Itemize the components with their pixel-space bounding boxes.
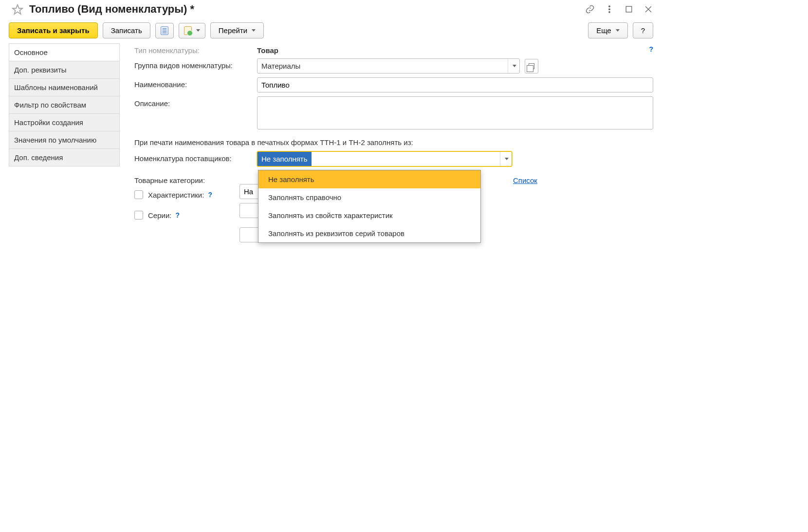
favorite-star-icon[interactable]: [12, 4, 23, 16]
name-label: Наименование:: [134, 77, 257, 89]
supplier-value: Не заполнять: [257, 152, 312, 166]
chevron-down-icon: [196, 29, 200, 32]
titlebar: Топливо (Вид номенклатуры) *: [0, 0, 662, 19]
more-button[interactable]: Еще: [588, 22, 628, 38]
characteristics-help-icon[interactable]: ?: [208, 191, 212, 199]
series-help-icon[interactable]: ?: [175, 211, 180, 219]
group-combo[interactable]: Материалы: [257, 58, 520, 73]
desc-label: Описание:: [134, 96, 257, 108]
characteristics-label: Характеристики:: [148, 191, 204, 199]
document-add-icon: [184, 26, 192, 35]
chevron-down-icon: [616, 29, 620, 32]
supplier-combo[interactable]: Не заполнять: [257, 151, 512, 166]
type-help-icon[interactable]: ?: [649, 45, 653, 53]
print-hint-text: При печати наименования товара в печатны…: [134, 138, 653, 147]
nav-item-filter-props[interactable]: Фильтр по свойствам: [9, 96, 120, 114]
nav-item-extra-info[interactable]: Доп. сведения: [9, 148, 120, 166]
dropdown-option[interactable]: Заполнять из свойств характеристик: [258, 206, 480, 224]
nav-item-create-settings[interactable]: Настройки создания: [9, 113, 120, 131]
supplier-dropdown-button[interactable]: [500, 152, 512, 166]
goto-button[interactable]: Перейти: [210, 22, 264, 38]
group-dropdown-button[interactable]: [508, 59, 519, 73]
group-label: Группа видов номенклатуры:: [134, 58, 257, 70]
form-area: Тип номенклатуры: Товар ? Группа видов н…: [120, 43, 653, 225]
maximize-icon[interactable]: [624, 4, 634, 14]
group-value: Материалы: [257, 59, 508, 73]
name-input[interactable]: [257, 77, 653, 92]
type-label: Тип номенклатуры:: [134, 43, 257, 55]
dropdown-option[interactable]: Не заполнять: [258, 170, 480, 188]
nav-sidebar: Основное Доп. реквизиты Шаблоны наименов…: [9, 43, 120, 225]
chevron-down-icon: [513, 65, 516, 67]
svg-marker-0: [13, 5, 22, 14]
svg-point-3: [609, 12, 610, 13]
nav-item-defaults[interactable]: Значения по умолчанию: [9, 131, 120, 149]
create-from-button[interactable]: [179, 23, 205, 38]
group-open-button[interactable]: [525, 59, 538, 73]
nav-item-extra-props[interactable]: Доп. реквизиты: [9, 61, 120, 79]
svg-point-1: [609, 6, 610, 7]
toolbar: Записать и закрыть Записать Перейти Еще …: [0, 19, 662, 43]
chevron-down-icon: [505, 158, 509, 160]
dropdown-option[interactable]: Заполнять справочно: [258, 188, 480, 206]
series-checkbox[interactable]: [134, 211, 143, 220]
supplier-dropdown-panel: Не заполнять Заполнять справочно Заполня…: [258, 170, 481, 243]
chevron-down-icon: [252, 29, 256, 32]
svg-rect-4: [626, 6, 632, 12]
categories-label: Товарные категории:: [134, 173, 247, 184]
characteristics-checkbox[interactable]: [134, 190, 143, 199]
dropdown-option[interactable]: Заполнять из реквизитов серий товаров: [258, 224, 480, 242]
save-button[interactable]: Записать: [103, 22, 150, 38]
open-external-icon: [529, 63, 534, 69]
desc-textarea[interactable]: [257, 96, 653, 129]
report-icon: [161, 26, 168, 35]
help-button[interactable]: ?: [633, 22, 653, 38]
type-value: Товар: [257, 43, 278, 55]
nav-item-name-templates[interactable]: Шаблоны наименований: [9, 78, 120, 96]
list-link[interactable]: Список: [513, 173, 537, 184]
close-icon[interactable]: [643, 4, 653, 14]
series-label: Серии:: [148, 211, 171, 220]
nav-item-main[interactable]: Основное: [9, 43, 120, 61]
kebab-menu-icon[interactable]: [605, 4, 614, 14]
link-icon[interactable]: [585, 4, 595, 14]
report-button[interactable]: [155, 23, 174, 38]
supplier-label: Номенклатура поставщиков:: [134, 151, 257, 163]
page-title: Топливо (Вид номенклатуры) *: [29, 3, 585, 16]
svg-point-2: [609, 9, 610, 10]
save-and-close-button[interactable]: Записать и закрыть: [9, 22, 98, 38]
